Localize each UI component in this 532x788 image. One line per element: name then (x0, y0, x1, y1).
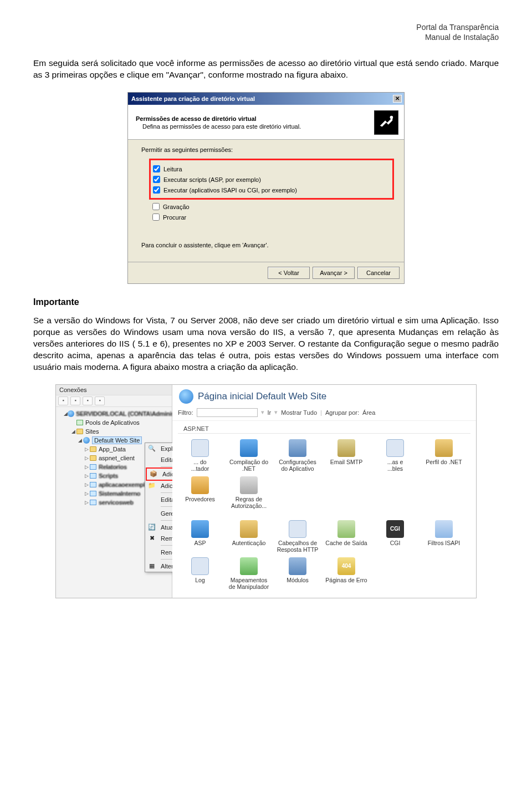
feature-label: Provedores (177, 496, 223, 502)
filter-mostrar-tudo[interactable]: Mostrar Tudo (281, 409, 317, 416)
agrupar-value[interactable]: Área (362, 409, 375, 416)
feature-item[interactable]: Compilação do.NET (224, 437, 273, 474)
paragraph-intro: Em seguida será solicitado que você info… (33, 58, 499, 81)
cancel-button[interactable]: Cancelar (357, 267, 400, 279)
feature-icon (191, 439, 209, 457)
doc-header-line1: Portal da Transparência (33, 22, 499, 32)
feature-icon (386, 439, 404, 457)
checkbox-leitura[interactable]: Leitura (153, 165, 390, 172)
filter-input[interactable] (197, 408, 258, 417)
feature-item[interactable]: ...as e...bles (371, 437, 420, 474)
feature-item[interactable]: Cache de Saída (322, 518, 371, 555)
feature-label: Módulos (274, 577, 321, 583)
feature-item[interactable]: Perfil do .NET (420, 437, 468, 474)
feature-item[interactable]: Regras deAutorização... (224, 474, 273, 511)
paragraph-importante: Se a versão do Windows for Vista, 7 ou S… (33, 315, 499, 373)
feature-icon (191, 476, 209, 494)
feature-icon (337, 439, 355, 457)
feature-item[interactable]: Provedores (176, 474, 224, 511)
feature-icon (337, 520, 355, 538)
remove-icon: ✖ (147, 534, 156, 543)
feature-label: Compilação do.NET (226, 459, 272, 472)
dialog-header: Permissões de acesso de diretório virtua… (128, 105, 404, 140)
iis-window: Conexões ▪ ▪ ▪ ▪ ◢SERVIDORLOCAL (CONTA\A… (55, 384, 477, 599)
feature-item[interactable]: Módulos (273, 555, 322, 592)
checkbox-procurar-label: Procurar (163, 214, 186, 221)
explore-icon: 🔍 (147, 444, 156, 453)
highlight-box: Leitura Executar scripts (ASP, por exemp… (149, 159, 394, 200)
feature-icon (240, 476, 258, 494)
feature-label: Email SMTP (323, 459, 370, 465)
next-button[interactable]: Avançar > (313, 267, 355, 279)
tree-sites[interactable]: ◢Sites (57, 427, 171, 436)
importante-heading: Importante (33, 297, 499, 307)
close-icon[interactable]: ✕ (393, 95, 402, 103)
category-aspnet: ASP.NET (178, 421, 470, 434)
add-app-icon: 📦 (149, 470, 158, 479)
screenshot-iis: Conexões ▪ ▪ ▪ ▪ ◢SERVIDORLOCAL (CONTA\A… (33, 384, 499, 599)
feature-label: Regras deAutorização... (226, 496, 272, 509)
toolbar-btn[interactable]: ▪ (83, 396, 93, 405)
dialog-header-subtitle: Defina as permissões de acesso para este… (136, 123, 374, 130)
feature-label: Cache de Saída (323, 540, 370, 546)
dialog-header-title: Permissões de acesso de diretório virtua… (136, 115, 374, 122)
checkbox-scripts[interactable]: Executar scripts (ASP, por exemplo) (153, 176, 390, 183)
toolbar-btn[interactable]: ▪ (58, 396, 68, 405)
svg-point-0 (390, 116, 393, 119)
feature-item[interactable]: Log (176, 555, 224, 592)
feature-icon: 404 (337, 557, 355, 575)
feature-label: Autenticação (226, 540, 272, 546)
feature-icon (289, 557, 306, 575)
checkbox-gravacao[interactable]: Gravação (152, 203, 391, 210)
finish-text: Para concluir o assistente, clique em 'A… (141, 242, 391, 248)
checkbox-scripts-label: Executar scripts (ASP, por exemplo) (163, 176, 261, 183)
feature-grid-aspnet: ... do...tadorCompilação do.NETConfigura… (172, 436, 476, 517)
dialog-header-text: Permissões de acesso de diretório virtua… (136, 115, 374, 130)
refresh-icon: 🔄 (147, 523, 156, 532)
checkbox-isapi[interactable]: Executar (aplicativos ISAPI ou CGI, por … (153, 186, 390, 194)
filter-bar: Filtro: ▾ Ir ▾ Mostrar Tudo | Agrupar po… (172, 407, 476, 421)
feature-item[interactable]: Cabeçalhos deResposta HTTP (273, 518, 322, 555)
dialog-body: Permitir as seguintes permissões: Leitur… (128, 140, 404, 262)
connections-title: Conexões (56, 385, 172, 395)
feature-item[interactable]: Configuraçõesdo Aplicativo (273, 437, 322, 474)
feature-label: Log (177, 577, 223, 583)
toolbar-btn[interactable]: ▪ (95, 396, 105, 405)
feature-icon (289, 520, 306, 538)
doc-header-line2: Manual de Instalação (33, 32, 499, 42)
checkbox-isapi-label: Executar (aplicativos ISAPI ou CGI, por … (163, 187, 297, 194)
feature-icon: CGI (386, 520, 404, 538)
feature-item[interactable]: Filtros ISAPI (420, 518, 468, 555)
feature-item[interactable]: Email SMTP (322, 437, 371, 474)
agrupar-label: Agrupar por: (325, 409, 359, 416)
permissions-label: Permitir as seguintes permissões: (141, 146, 391, 153)
feature-label: ...as e...bles (372, 459, 418, 472)
switch-view-icon: ▦ (147, 562, 156, 571)
feature-label: ... do...tador (177, 459, 223, 472)
titlebar: Assistente para criação de diretório vir… (128, 93, 404, 105)
feature-label: Perfil do .NET (421, 459, 467, 465)
tree-server[interactable]: ◢SERVIDORLOCAL (CONTA\Administrador) (57, 409, 171, 418)
feature-label: Filtros ISAPI (421, 540, 467, 546)
feature-item[interactable]: ASP (176, 518, 224, 555)
checkbox-group: Leitura Executar scripts (ASP, por exemp… (152, 159, 391, 221)
feature-icon (240, 557, 258, 575)
feature-item[interactable]: 404Páginas de Erro (322, 555, 371, 592)
tree-pools[interactable]: Pools de Aplicativos (57, 418, 171, 427)
back-button[interactable]: < Voltar (268, 267, 310, 279)
checkbox-leitura-label: Leitura (163, 166, 182, 172)
feature-item[interactable]: CGICGI (371, 518, 420, 555)
checkbox-procurar[interactable]: Procurar (152, 213, 391, 221)
filter-ir[interactable]: Ir (268, 409, 272, 416)
add-dir-icon: 📁 (147, 481, 156, 490)
checkbox-gravacao-label: Gravação (163, 204, 190, 210)
feature-item[interactable]: Mapeamentosde Manipulador (224, 555, 273, 592)
screenshot-wizard: Assistente para criação de diretório vir… (33, 92, 499, 284)
feature-item[interactable]: ... do...tador (176, 437, 224, 474)
toolbar-btn[interactable]: ▪ (70, 396, 80, 405)
feature-item[interactable]: Autenticação (224, 518, 273, 555)
feature-label: CGI (372, 540, 418, 546)
wizard-dialog: Assistente para criação de diretório vir… (127, 92, 405, 284)
feature-icon (240, 520, 258, 538)
feature-icon (191, 520, 209, 538)
